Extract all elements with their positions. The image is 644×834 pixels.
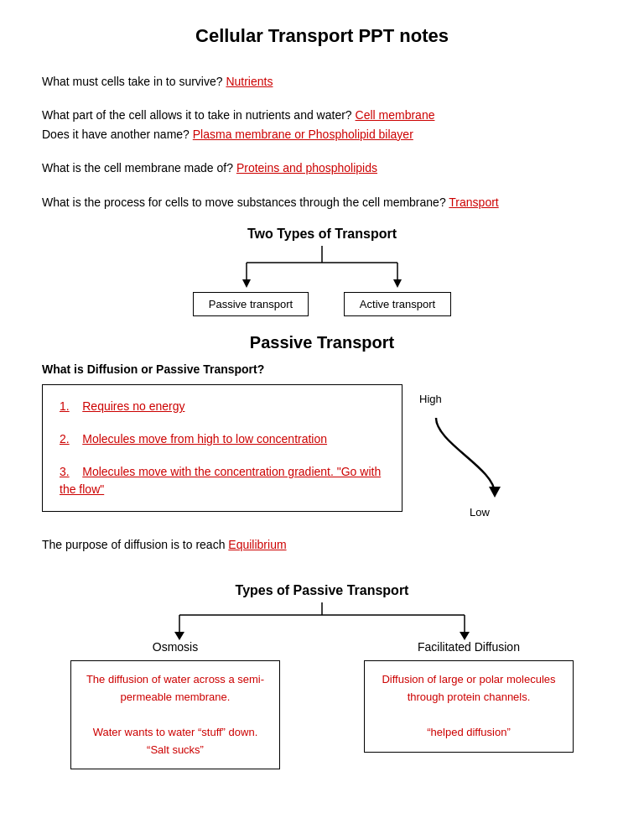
passive-transport-box: Passive transport — [193, 292, 309, 316]
equilibrium-answer: Equilibrium — [228, 538, 286, 551]
tree-nodes: Passive transport Active transport — [175, 292, 469, 316]
tree-svg — [196, 246, 448, 292]
equilibrium-text: The purpose of diffusion is to reach — [42, 538, 225, 551]
osmosis-node: Osmosis The diffusion of water across a … — [70, 640, 280, 769]
item3-text: Molecules move with the concentration gr… — [60, 465, 381, 496]
question-3: What is the cell membrane made of? Prote… — [42, 159, 602, 177]
passive-nodes: Osmosis The diffusion of water across a … — [70, 640, 574, 769]
facilitated-box: Diffusion of large or polar molecules th… — [364, 660, 574, 752]
passive-transport-title: Passive Transport — [42, 333, 602, 352]
facilitated-diffusion-node: Facilitated Diffusion Diffusion of large… — [364, 640, 574, 769]
passive-branch-svg — [70, 602, 574, 640]
osmosis-text: The diffusion of water across a semi-per… — [86, 673, 264, 755]
passive-type-branches — [70, 602, 574, 640]
svg-marker-5 — [393, 279, 402, 288]
svg-marker-11 — [174, 632, 184, 640]
diffusion-list: 1. Requires no energy 2. Molecules move … — [42, 384, 402, 512]
svg-marker-4 — [242, 279, 251, 288]
tree-container: Passive transport Active transport — [175, 246, 469, 316]
q2-answer: Cell membrane — [356, 108, 435, 122]
q3-text: What is the cell membrane made of? — [42, 161, 233, 175]
q4-text: What is the process for cells to move su… — [42, 195, 446, 209]
diffusion-item-3: 3. Molecules move with the concentration… — [60, 463, 385, 498]
q1-text: What must cells take in to survive? — [42, 75, 223, 88]
question-1: What must cells take in to survive? Nutr… — [42, 72, 602, 91]
q2-follow-answer: Plasma membrane or Phospholipid bilayer — [193, 128, 413, 141]
svg-marker-6 — [489, 487, 501, 498]
transport-diagram-title: Two Types of Transport — [247, 227, 397, 242]
active-transport-box: Active transport — [344, 292, 451, 316]
item2-num: 2. — [60, 432, 70, 446]
osmosis-box: The diffusion of water across a semi-per… — [70, 660, 280, 769]
equilibrium-line: The purpose of diffusion is to reach Equ… — [42, 535, 602, 554]
question-2: What part of the cell allows it to take … — [42, 106, 602, 143]
page-title: Cellular Transport PPT notes — [42, 25, 602, 47]
q2-follow: Does it have another name? — [42, 128, 190, 141]
question-4: What is the process for cells to move su… — [42, 193, 602, 211]
facilitated-label: Facilitated Diffusion — [418, 640, 520, 654]
diffusion-item-1: 1. Requires no energy — [60, 398, 385, 415]
q2-text: What part of the cell allows it to take … — [42, 108, 352, 122]
q4-answer: Transport — [449, 195, 498, 209]
q3-answer: Proteins and phospholipids — [236, 161, 377, 175]
osmosis-label: Osmosis — [153, 640, 198, 654]
facilitated-text: Diffusion of large or polar molecules th… — [382, 673, 555, 738]
item1-text: Requires no energy — [82, 399, 184, 413]
passive-types-diagram: Types of Passive Transport Osmosis The d… — [42, 575, 602, 769]
tree-branches — [175, 246, 469, 292]
diffusion-question: What is Diffusion or Passive Transport? — [42, 362, 602, 376]
conc-high-label: High — [419, 393, 442, 405]
transport-diagram: Two Types of Transport Passive transport… — [42, 227, 602, 316]
svg-marker-12 — [460, 632, 470, 640]
item3-num: 3. — [60, 465, 70, 478]
concentration-curve-svg — [419, 409, 512, 502]
passive-types-title: Types of Passive Transport — [236, 583, 409, 598]
q1-answer: Nutrients — [226, 75, 273, 88]
diffusion-content: 1. Requires no energy 2. Molecules move … — [42, 384, 602, 519]
item2-text: Molecules move from high to low concentr… — [82, 432, 327, 446]
concentration-diagram: High Low — [419, 384, 512, 519]
diffusion-item-2: 2. Molecules move from high to low conce… — [60, 430, 385, 448]
item1-num: 1. — [60, 399, 70, 413]
conc-low-label: Low — [470, 506, 490, 519]
